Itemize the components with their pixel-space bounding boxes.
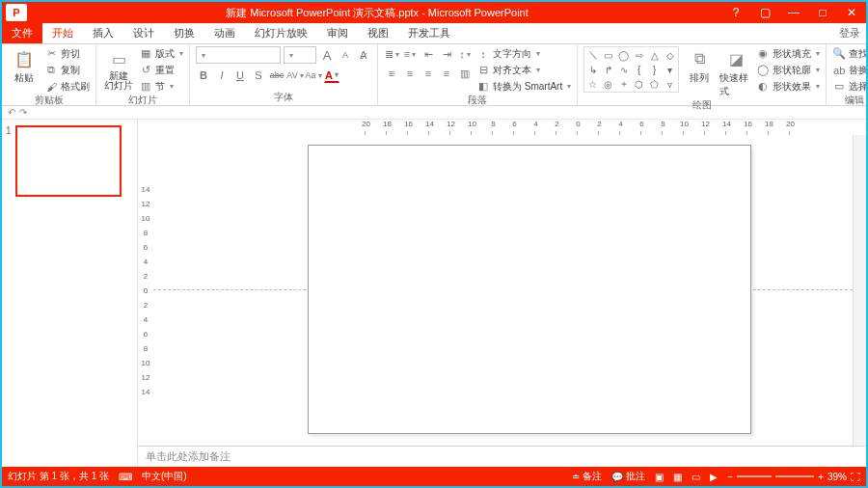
cut-button[interactable]: ✂剪切 xyxy=(44,46,90,61)
status-language[interactable]: 中文(中国) xyxy=(142,470,187,483)
align-center-button[interactable]: ≡ xyxy=(402,66,418,81)
view-reading-button[interactable]: ▭ xyxy=(692,472,700,482)
zoom-in-button[interactable]: + xyxy=(818,472,824,482)
shape-conn2-icon[interactable]: ↱ xyxy=(601,63,615,76)
strike-button[interactable]: abc xyxy=(269,68,285,83)
shape-diamond-icon[interactable]: ◇ xyxy=(663,48,677,62)
shape-pent-icon[interactable]: ⬠ xyxy=(647,77,662,91)
tab-insert[interactable]: 插入 xyxy=(83,23,123,43)
find-button[interactable]: 🔍查找 xyxy=(832,46,868,61)
view-normal-button[interactable]: ▣ xyxy=(655,472,664,482)
copy-button[interactable]: ⧉复制 xyxy=(44,63,90,77)
shape-brace-icon[interactable]: { xyxy=(632,63,646,76)
fit-window-button[interactable]: ⛶ xyxy=(851,472,860,482)
reset-button[interactable]: ↺重置 xyxy=(139,63,183,77)
shape-effects-button[interactable]: ◐形状效果 xyxy=(756,79,820,94)
font-name-combo[interactable] xyxy=(196,46,281,64)
shape-outline-button[interactable]: ◯形状轮廓 xyxy=(756,63,820,77)
shadow-button[interactable]: S xyxy=(251,68,266,83)
select-button[interactable]: ▭选择 xyxy=(832,79,868,94)
paste-button[interactable]: 📋 粘贴 xyxy=(8,46,41,85)
zoom-value[interactable]: 39% xyxy=(827,472,847,482)
bold-button[interactable]: B xyxy=(196,68,211,83)
comments-toggle[interactable]: 💬 批注 xyxy=(611,470,645,483)
shapes-gallery[interactable]: ＼▭◯⇨△◇ ↳↱∿{}▾ ☆◎＋⬡⬠▿ xyxy=(583,46,679,93)
align-text-button[interactable]: ⊟对齐文本 xyxy=(476,63,571,77)
vertical-scrollbar[interactable] xyxy=(853,135,866,446)
underline-button[interactable]: U xyxy=(232,68,248,83)
indent-dec-button[interactable]: ⇤ xyxy=(420,46,436,62)
ruler-vertical[interactable]: 141210864202468101214 xyxy=(138,135,153,446)
view-sorter-button[interactable]: ▦ xyxy=(673,472,682,482)
shape-more-icon[interactable]: ▾ xyxy=(663,63,677,76)
decrease-font-button[interactable]: A xyxy=(338,47,353,63)
notes-pane[interactable]: 单击此处添加备注 xyxy=(138,446,866,467)
layout-button[interactable]: ▦版式 xyxy=(139,46,183,61)
shape-ellipse-icon[interactable]: ◯ xyxy=(616,48,631,62)
bullets-button[interactable]: ≣ xyxy=(384,46,399,62)
shape-curve-icon[interactable]: ∿ xyxy=(616,63,631,76)
convert-smartart-button[interactable]: ◧转换为 SmartArt xyxy=(476,79,571,94)
status-lang-icon[interactable]: ⌨ xyxy=(119,472,132,482)
tab-view[interactable]: 视图 xyxy=(358,23,398,43)
font-size-combo[interactable] xyxy=(284,46,316,64)
zoom-slider[interactable] xyxy=(737,475,814,477)
clear-format-button[interactable]: A̷ xyxy=(356,47,371,63)
undo-shape-icon[interactable]: ↶ xyxy=(8,107,15,118)
tab-animation[interactable]: 动画 xyxy=(204,23,245,43)
text-direction-button[interactable]: ↕文字方向 xyxy=(476,46,571,61)
shape-rect-icon[interactable]: ▭ xyxy=(601,48,615,62)
shape-line-icon[interactable]: ＼ xyxy=(585,48,600,62)
italic-button[interactable]: I xyxy=(214,68,230,83)
close-button[interactable]: ✕ xyxy=(837,6,866,19)
shape-callout-icon[interactable]: ◎ xyxy=(601,77,615,91)
shape-conn-icon[interactable]: ↳ xyxy=(585,63,600,76)
char-spacing-button[interactable]: AV xyxy=(287,68,303,83)
shape-arrow-icon[interactable]: ⇨ xyxy=(632,48,646,62)
zoom-control[interactable]: − + 39% ⛶ xyxy=(727,472,860,482)
slide-canvas[interactable] xyxy=(153,135,853,446)
increase-font-button[interactable]: A xyxy=(319,47,335,63)
shape-brace2-icon[interactable]: } xyxy=(647,63,662,76)
shape-fill-button[interactable]: ◉形状填充 xyxy=(756,46,820,61)
tab-transition[interactable]: 切换 xyxy=(164,23,204,43)
slide-thumbnail-panel[interactable]: 1 xyxy=(2,120,137,467)
format-painter-button[interactable]: 🖌格式刷 xyxy=(44,79,90,94)
quick-styles-button[interactable]: ◪快速样式 xyxy=(719,46,752,98)
numbering-button[interactable]: ≡ xyxy=(402,46,418,62)
help-button[interactable]: ? xyxy=(721,6,750,19)
tab-slideshow[interactable]: 幻灯片放映 xyxy=(245,23,317,43)
tab-file[interactable]: 文件 xyxy=(2,23,42,43)
align-right-button[interactable]: ≡ xyxy=(420,66,436,81)
font-color-button[interactable]: A xyxy=(324,68,339,83)
shape-star-icon[interactable]: ☆ xyxy=(585,77,600,91)
shape-scroll-icon[interactable]: ▿ xyxy=(663,77,677,91)
change-case-button[interactable]: Aa xyxy=(306,68,321,83)
minimize-button[interactable]: — xyxy=(779,6,808,19)
new-slide-button[interactable]: ▭ 新建 幻灯片 xyxy=(102,46,135,91)
shape-plus-icon[interactable]: ＋ xyxy=(616,77,631,91)
shape-hex-icon[interactable]: ⬡ xyxy=(632,77,646,91)
align-left-button[interactable]: ≡ xyxy=(384,66,399,81)
slide-1[interactable] xyxy=(308,145,751,434)
notes-toggle[interactable]: ≐ 备注 xyxy=(572,470,602,483)
tab-dev[interactable]: 开发工具 xyxy=(398,23,460,43)
maximize-button[interactable]: □ xyxy=(808,6,837,19)
indent-inc-button[interactable]: ⇥ xyxy=(439,46,454,62)
zoom-out-button[interactable]: − xyxy=(727,472,733,482)
ribbon-toggle-button[interactable]: ▢ xyxy=(750,6,779,19)
tab-design[interactable]: 设计 xyxy=(123,23,164,43)
login-link[interactable]: 登录 xyxy=(839,26,866,41)
line-spacing-button[interactable]: ↕ xyxy=(457,46,473,62)
view-slideshow-button[interactable]: ▶ xyxy=(710,472,718,482)
columns-button[interactable]: ▥ xyxy=(457,66,473,81)
ruler-horizontal[interactable]: 201816141210864202468101214161820 xyxy=(153,120,866,135)
justify-button[interactable]: ≡ xyxy=(439,66,454,81)
shape-triangle-icon[interactable]: △ xyxy=(647,48,662,62)
arrange-button[interactable]: ⧉排列 xyxy=(683,46,716,85)
undo-shape2-icon[interactable]: ↷ xyxy=(19,107,27,118)
section-button[interactable]: ▥节 xyxy=(139,79,183,94)
replace-button[interactable]: ab替换 xyxy=(832,63,868,77)
tab-home[interactable]: 开始 xyxy=(42,23,83,43)
slide-thumbnail-1[interactable] xyxy=(15,125,122,197)
